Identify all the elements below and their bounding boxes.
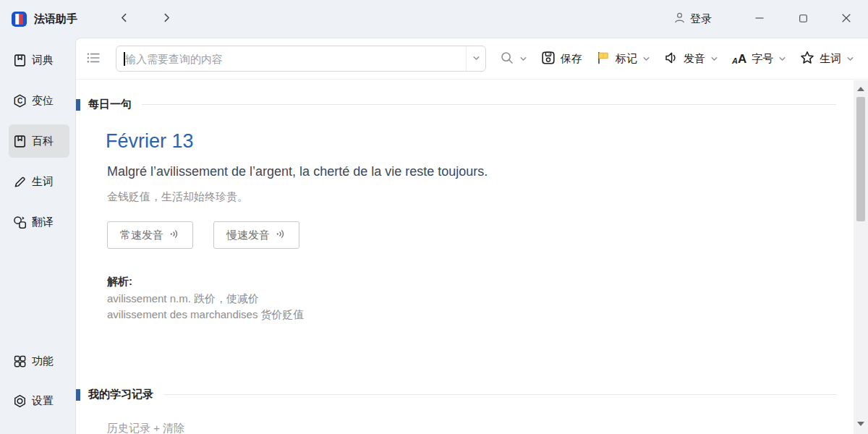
search-icon: [500, 51, 514, 67]
font-size-icon: AA: [732, 53, 746, 65]
sidebar-spacer: [9, 246, 69, 344]
scroll-up-arrow[interactable]: [857, 87, 864, 91]
save-floppy-icon: [541, 51, 556, 67]
search-button[interactable]: [500, 51, 527, 67]
sidebar-item-label: 生词: [32, 175, 54, 189]
sidebar-item-label: 设置: [32, 394, 54, 408]
main-panel: 保存 标记 发音 AA 字号: [75, 38, 868, 434]
chevron-down-icon: [642, 53, 650, 65]
new-word-button[interactable]: 生词: [800, 51, 854, 67]
section-accent-bar: [76, 389, 80, 401]
analysis-label: 解析:: [107, 273, 868, 289]
dictionary-book-icon: [13, 54, 27, 67]
sidebar-item-label: 词典: [32, 54, 54, 67]
date-title: Février 13: [106, 130, 868, 153]
save-button[interactable]: 保存: [541, 51, 582, 67]
analysis-line: avilissement des marchandises 货价贬值: [107, 307, 868, 323]
pronounce-button[interactable]: 发音: [664, 51, 718, 67]
sidebar-item-label: 翻译: [32, 216, 54, 229]
chevron-down-icon: [778, 53, 786, 65]
slow-speed-label: 慢速发音: [226, 229, 270, 242]
mark-label: 标记: [616, 52, 637, 66]
sidebar-item-settings[interactable]: 设置: [9, 384, 69, 417]
chevron-down-icon: [519, 53, 527, 65]
svg-text:C: C: [17, 96, 22, 104]
normal-speed-pronounce-button[interactable]: 常速发音: [107, 221, 193, 249]
sidebar-item-translate[interactable]: 翻译: [9, 205, 69, 239]
study-records-section-title: 我的学习记录: [88, 388, 153, 401]
titlebar-left: 法语助手: [12, 10, 176, 27]
encyclopedia-book-icon: [13, 135, 27, 148]
pronounce-label: 发音: [684, 52, 705, 66]
text-caret: [124, 52, 125, 66]
sidebar-item-label: 功能: [32, 354, 54, 368]
french-sentence: Malgré l’avilissement de l’argent, la ch…: [107, 164, 868, 179]
sidebar-item-conjugation[interactable]: C 变位: [9, 84, 69, 117]
chevron-down-icon: [846, 53, 854, 65]
sound-wave-icon: [276, 229, 286, 242]
conjugation-icon: C: [13, 94, 27, 108]
apps-grid-icon: [13, 354, 27, 368]
mark-button[interactable]: 标记: [596, 51, 650, 67]
normal-speed-label: 常速发音: [120, 229, 163, 242]
app-window: 法语助手 登录: [0, 0, 868, 434]
section-accent-bar: [76, 99, 80, 111]
slow-speed-pronounce-button[interactable]: 慢速发音: [213, 221, 299, 249]
analysis-line: avilissement n.m. 跌价，使减价: [107, 291, 868, 307]
sidebar-item-label: 变位: [32, 94, 54, 108]
settings-gear-icon: [13, 394, 27, 408]
star-icon: [800, 51, 814, 67]
minimize-button[interactable]: [738, 0, 781, 38]
sidebar-item-new-words[interactable]: 生词: [9, 165, 69, 198]
titlebar-right: 登录: [673, 0, 868, 38]
font-size-button[interactable]: AA 字号: [732, 52, 786, 66]
chevron-right-icon: [162, 13, 171, 25]
forward-button[interactable]: [158, 10, 176, 27]
daily-sentence-section-header: 每日一句: [76, 98, 868, 111]
search-box: [116, 46, 486, 72]
sidebar-item-encyclopedia[interactable]: 百科: [9, 124, 69, 158]
close-button[interactable]: [825, 0, 868, 38]
app-title: 法语助手: [34, 12, 77, 26]
sound-wave-icon: [169, 229, 180, 242]
pencil-icon: [13, 175, 27, 189]
titlebar: 法语助手 登录: [0, 0, 868, 38]
word-list-button[interactable]: [85, 49, 102, 69]
speaker-icon: [664, 51, 678, 67]
list-icon: [86, 51, 101, 67]
chinese-translation: 金钱贬值，生活却始终珍贵。: [107, 190, 868, 204]
flag-icon: [596, 51, 610, 67]
login-label: 登录: [690, 12, 712, 26]
pronounce-buttons-row: 常速发音 慢速发音: [107, 221, 868, 249]
minimize-icon: [755, 14, 764, 25]
sidebar-item-functions[interactable]: 功能: [9, 344, 69, 378]
scrollbar-thumb[interactable]: [856, 97, 865, 221]
search-input[interactable]: [116, 46, 466, 71]
close-icon: [842, 14, 851, 25]
section-divider-line: [163, 394, 836, 395]
save-label: 保存: [561, 52, 582, 66]
font-size-label: 字号: [752, 52, 773, 66]
analysis-block: 解析: avilissement n.m. 跌价，使减价 avilissemen…: [107, 273, 868, 323]
daily-sentence-section-title: 每日一句: [88, 98, 132, 111]
scroll-down-arrow[interactable]: [857, 422, 864, 426]
search-history-dropdown[interactable]: [466, 46, 485, 71]
login-button[interactable]: 登录: [673, 12, 712, 26]
vertical-scrollbar: [854, 80, 868, 434]
toolbar: 保存 标记 发音 AA 字号: [76, 38, 868, 80]
maximize-button[interactable]: [781, 0, 825, 38]
translate-icon: [13, 216, 27, 229]
app-body: 词典 C 变位 百科 生词 翻译 功能: [0, 38, 868, 434]
new-word-label: 生词: [820, 52, 841, 66]
history-records-link[interactable]: 历史记录 + 清除: [107, 422, 184, 434]
sidebar-item-dictionary[interactable]: 词典: [9, 43, 69, 77]
maximize-icon: [799, 14, 807, 25]
sidebar: 词典 C 变位 百科 生词 翻译 功能: [0, 38, 75, 434]
chevron-down-icon: [710, 53, 718, 65]
section-divider-line: [142, 104, 836, 105]
chevron-left-icon: [119, 13, 129, 25]
content-area: 每日一句 Février 13 Malgré l’avilissement de…: [76, 80, 868, 434]
user-icon: [673, 12, 686, 26]
back-button[interactable]: [115, 10, 133, 27]
app-logo-icon: [12, 12, 27, 27]
